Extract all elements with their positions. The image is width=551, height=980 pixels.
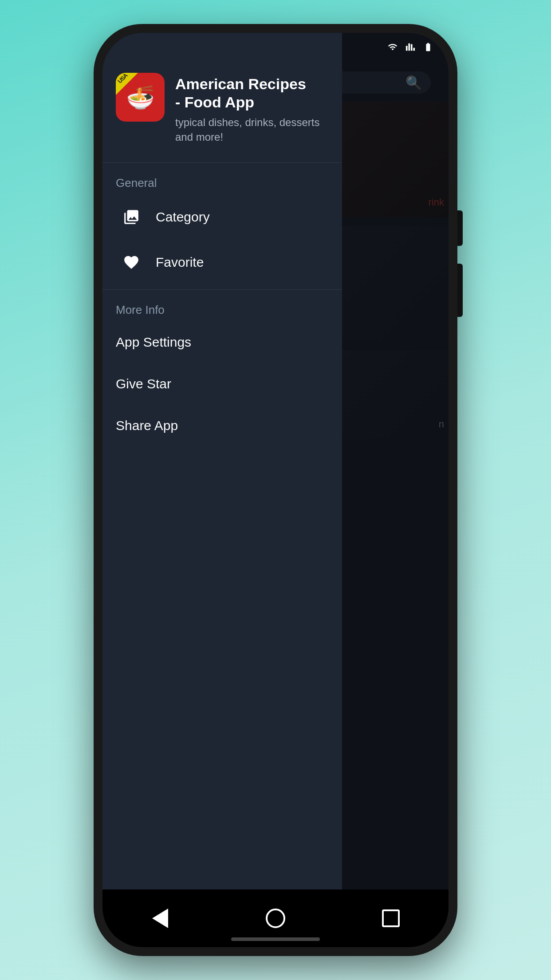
nav-drawer: USA 🍜 American Recipes- Food App typical… (102, 33, 342, 947)
favorite-icon (120, 251, 142, 273)
home-indicator (231, 937, 320, 941)
more-info-section-label: More Info (102, 294, 342, 321)
app-icon: USA 🍜 (116, 73, 165, 122)
give-star-label: Give Star (116, 376, 171, 391)
nav-item-category[interactable]: Category (107, 194, 338, 240)
home-button[interactable] (253, 905, 298, 932)
app-name: American Recipes- Food App (175, 75, 329, 111)
drawer-divider-2 (102, 289, 342, 290)
back-triangle-icon (152, 909, 168, 928)
nav-item-give-star[interactable]: Give Star (102, 363, 342, 405)
app-subtitle: typical dishes, drinks, desserts and mor… (175, 115, 329, 145)
app-info: American Recipes- Food App typical dishe… (175, 73, 329, 145)
app-icon-bowl: 🍜 (126, 84, 155, 111)
status-icons-right (386, 41, 434, 53)
general-section-label: General (102, 167, 342, 194)
favorite-label: Favorite (156, 255, 204, 270)
app-settings-label: App Settings (116, 335, 191, 349)
home-circle-icon (266, 909, 285, 928)
battery-icon (422, 41, 434, 53)
nav-item-app-settings[interactable]: App Settings (102, 321, 342, 363)
drawer-divider-1 (102, 162, 342, 163)
nav-item-favorite[interactable]: Favorite (107, 240, 338, 285)
category-label: Category (156, 209, 210, 225)
back-button[interactable] (138, 905, 182, 932)
signal-icon (404, 41, 417, 53)
wifi-icon (386, 41, 399, 53)
recent-square-icon (382, 909, 400, 927)
recent-button[interactable] (369, 905, 413, 932)
nav-item-share-app[interactable]: Share App (102, 405, 342, 447)
share-app-label: Share App (116, 418, 178, 433)
drawer-header: USA 🍜 American Recipes- Food App typical… (102, 33, 342, 158)
phone-screen: 2:36 (102, 33, 449, 947)
phone-device: 2:36 (94, 24, 457, 956)
category-icon (120, 206, 142, 228)
